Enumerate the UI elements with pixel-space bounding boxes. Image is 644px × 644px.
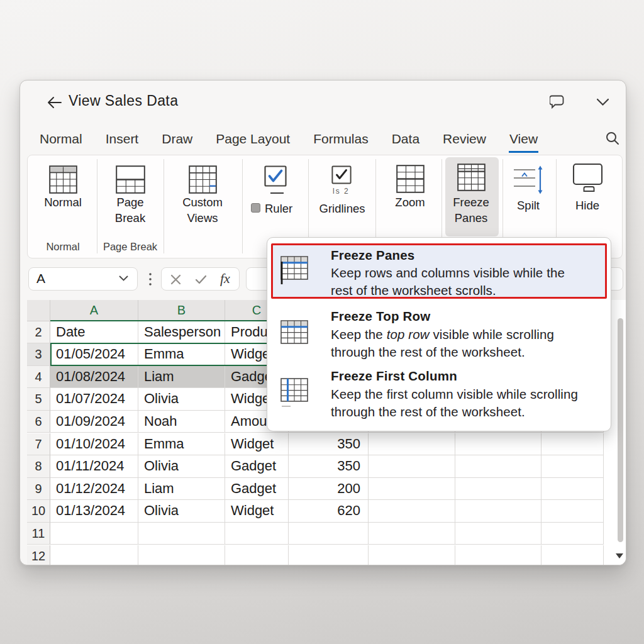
chevron-down-icon[interactable]	[596, 98, 609, 106]
cell[interactable]	[50, 545, 138, 566]
row-header-2[interactable]: 2	[27, 321, 50, 344]
cell[interactable]	[225, 523, 289, 545]
row-header-11[interactable]: 11	[27, 523, 50, 545]
scrollbar-down-arrow-icon[interactable]	[614, 552, 625, 560]
row-header-3[interactable]: 3	[27, 343, 50, 366]
ribbon-button-label: Custom Views	[165, 194, 240, 226]
cell[interactable]: Gadget	[225, 455, 289, 478]
row-header-12[interactable]: 12	[27, 545, 50, 566]
cell[interactable]: 200	[289, 478, 369, 501]
cell[interactable]	[369, 523, 455, 545]
kebab-menu-icon[interactable]	[147, 272, 153, 288]
column-header-B[interactable]: B	[138, 300, 225, 321]
cell[interactable]: 01/10/2024	[50, 433, 138, 456]
row-header-8[interactable]: 8	[27, 455, 50, 478]
search-icon[interactable]	[605, 131, 620, 146]
cell[interactable]	[541, 500, 604, 523]
cell[interactable]: 01/07/2024	[50, 388, 138, 411]
cell[interactable]: 01/12/2024	[50, 478, 138, 501]
cell[interactable]: 350	[289, 455, 369, 478]
ribbon-group-divider	[242, 159, 243, 253]
cell[interactable]	[541, 433, 604, 456]
cell[interactable]	[455, 433, 541, 456]
sheet-corner-cell[interactable]	[27, 300, 50, 321]
cell[interactable]: Noah	[138, 411, 225, 433]
ribbon-button-label: Page Break	[92, 194, 168, 226]
cell[interactable]	[369, 455, 455, 478]
back-icon[interactable]	[47, 96, 62, 109]
cell[interactable]	[369, 478, 455, 501]
cell[interactable]	[138, 523, 225, 545]
cell[interactable]: 01/11/2024	[50, 455, 138, 478]
cell[interactable]	[455, 523, 541, 545]
fx-icon[interactable]: fx	[220, 270, 230, 287]
ribbon-button-label: Hide	[550, 197, 625, 213]
ribbon-button-label: Ruler	[265, 201, 309, 216]
cell[interactable]	[289, 523, 369, 545]
cell[interactable]	[455, 455, 541, 478]
row-header-10[interactable]: 10	[27, 500, 50, 523]
cell[interactable]	[455, 500, 541, 523]
cell[interactable]: Widget	[225, 433, 289, 456]
cell[interactable]: Liam	[138, 366, 225, 389]
cell[interactable]: Emma	[138, 433, 225, 456]
cell[interactable]: Liam	[138, 478, 225, 501]
cell[interactable]	[369, 433, 455, 456]
ribbon-button-label: Gridlines	[314, 201, 370, 216]
cell[interactable]: Emma	[138, 343, 225, 366]
tab-formulas[interactable]: Formulas	[313, 130, 369, 151]
cell[interactable]: Olivia	[138, 455, 225, 478]
cancel-icon[interactable]	[170, 274, 181, 285]
cell[interactable]	[541, 478, 604, 501]
tab-normal[interactable]: Normal	[39, 130, 83, 151]
cell[interactable]	[541, 455, 604, 478]
column-header-A[interactable]: A	[50, 300, 138, 321]
cell[interactable]: Date	[50, 321, 138, 344]
cell[interactable]: 620	[289, 500, 369, 523]
enter-check-icon[interactable]	[195, 275, 207, 284]
cell[interactable]	[225, 545, 289, 566]
tab-data[interactable]: Data	[391, 130, 420, 151]
cell[interactable]: Gadget	[225, 478, 289, 501]
tab-page-layout[interactable]: Page Layout	[215, 130, 291, 151]
cell[interactable]	[541, 545, 604, 566]
row-header-9[interactable]: 9	[27, 478, 50, 501]
menu-item-description: rest of the worksheet scrolls.	[331, 282, 496, 299]
name-box[interactable]: A	[28, 267, 138, 291]
cell[interactable]: 01/09/2024	[50, 411, 138, 433]
menu-item-title: Freeze First Column	[331, 369, 457, 384]
row-header-5[interactable]: 5	[27, 388, 50, 411]
cell[interactable]	[369, 500, 455, 523]
gridlines-checkbox-icon[interactable]	[331, 165, 352, 187]
ruler-checkbox-icon[interactable]	[264, 165, 287, 189]
vertical-scrollbar-thumb[interactable]	[618, 318, 623, 542]
formula-buttons: fx	[161, 267, 240, 291]
row-header-4[interactable]: 4	[27, 366, 50, 389]
cell[interactable]	[138, 545, 225, 566]
tab-view[interactable]: View	[509, 130, 538, 153]
row-header-7[interactable]: 7	[27, 433, 50, 456]
row-header-6[interactable]: 6	[27, 411, 50, 433]
cell[interactable]: 01/13/2024	[50, 500, 138, 523]
ribbon-button-label: Normal	[25, 194, 101, 210]
cell[interactable]	[541, 523, 604, 545]
cell[interactable]	[369, 545, 455, 566]
cell[interactable]: Widget	[225, 500, 289, 523]
cell[interactable]: 01/05/2024	[50, 343, 138, 366]
cell[interactable]: Olivia	[138, 388, 225, 411]
freeze-top-row-table-icon	[280, 320, 309, 354]
cell[interactable]	[289, 545, 369, 566]
gridlines-sub-glyph: ls 2	[333, 187, 350, 196]
tab-draw[interactable]: Draw	[161, 130, 193, 151]
tab-insert[interactable]: Insert	[105, 130, 140, 151]
name-box-chevron-icon[interactable]	[119, 275, 128, 282]
cell[interactable]: 01/08/2024	[50, 366, 138, 389]
cell[interactable]: 350	[289, 433, 369, 456]
tab-review[interactable]: Review	[442, 130, 487, 151]
comment-icon[interactable]	[550, 95, 565, 109]
cell[interactable]	[50, 523, 138, 545]
cell[interactable]	[455, 545, 541, 566]
cell[interactable]: Salesperson	[138, 321, 225, 344]
cell[interactable]: Olivia	[138, 500, 225, 523]
cell[interactable]	[455, 478, 541, 501]
